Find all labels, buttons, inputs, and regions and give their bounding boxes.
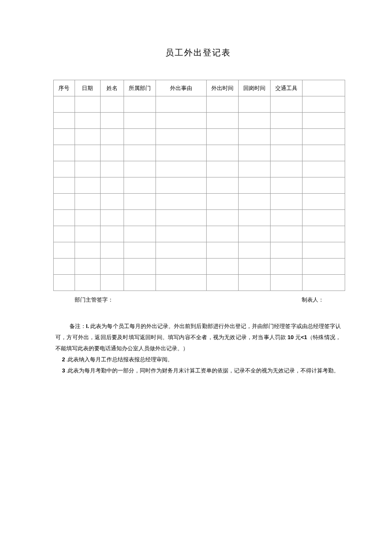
cell-date bbox=[75, 145, 100, 161]
cell-trans bbox=[271, 210, 303, 226]
table-row bbox=[54, 145, 345, 161]
header-extra bbox=[303, 80, 345, 96]
cell-extra bbox=[303, 129, 345, 145]
cell-reason bbox=[156, 129, 207, 145]
cell-trans bbox=[271, 259, 303, 275]
cell-reason bbox=[156, 113, 207, 129]
cell-extra bbox=[303, 161, 345, 177]
cell-seq bbox=[54, 145, 75, 161]
cell-trans bbox=[271, 242, 303, 259]
cell-seq bbox=[54, 129, 75, 145]
cell-reason bbox=[156, 145, 207, 161]
cell-out bbox=[207, 177, 239, 194]
cell-back bbox=[239, 242, 271, 259]
table-row bbox=[54, 242, 345, 259]
cell-dept bbox=[124, 226, 156, 242]
cell-reason bbox=[156, 242, 207, 259]
cell-dept bbox=[124, 161, 156, 177]
cell-seq bbox=[54, 226, 75, 242]
page-title: 员工外出登记表 bbox=[55, 47, 341, 58]
header-transport: 交通工具 bbox=[271, 80, 303, 96]
cell-trans bbox=[271, 226, 303, 242]
cell-date bbox=[75, 96, 100, 113]
cell-reason bbox=[156, 275, 207, 291]
note-3: 3 .此表为每月考勤中的一部分，同时作为财务月末计算工资单的依据，记录不全的视为… bbox=[55, 365, 341, 376]
cell-out bbox=[207, 145, 239, 161]
cell-date bbox=[75, 242, 100, 259]
cell-back bbox=[239, 129, 271, 145]
cell-dept bbox=[124, 242, 156, 259]
cell-trans bbox=[271, 275, 303, 291]
cell-dept bbox=[124, 259, 156, 275]
cell-dept bbox=[124, 210, 156, 226]
cell-trans bbox=[271, 145, 303, 161]
table-row bbox=[54, 275, 345, 291]
cell-back bbox=[239, 145, 271, 161]
cell-back bbox=[239, 177, 271, 194]
cell-dept bbox=[124, 145, 156, 161]
cell-out bbox=[207, 242, 239, 259]
header-name: 姓名 bbox=[100, 80, 124, 96]
cell-dept bbox=[124, 96, 156, 113]
cell-trans bbox=[271, 113, 303, 129]
supervisor-signature-label: 部门主管签字： bbox=[75, 296, 302, 304]
cell-back bbox=[239, 275, 271, 291]
cell-name bbox=[100, 113, 124, 129]
table-row bbox=[54, 96, 345, 113]
cell-extra bbox=[303, 242, 345, 259]
cell-trans bbox=[271, 194, 303, 210]
cell-out bbox=[207, 129, 239, 145]
preparer-signature-label: 制表人： bbox=[302, 296, 324, 304]
cell-seq bbox=[54, 161, 75, 177]
cell-date bbox=[75, 194, 100, 210]
cell-trans bbox=[271, 161, 303, 177]
header-reason: 外出事由 bbox=[156, 80, 207, 96]
cell-date bbox=[75, 226, 100, 242]
cell-back bbox=[239, 210, 271, 226]
cell-dept bbox=[124, 177, 156, 194]
table-row bbox=[54, 129, 345, 145]
cell-date bbox=[75, 161, 100, 177]
cell-extra bbox=[303, 177, 345, 194]
header-back-time: 回岗时间 bbox=[239, 80, 271, 96]
table-header-row: 序号 日期 姓名 所属部门 外出事由 外出时间 回岗时间 交通工具 bbox=[54, 80, 345, 96]
cell-name bbox=[100, 194, 124, 210]
cell-seq bbox=[54, 96, 75, 113]
cell-name bbox=[100, 242, 124, 259]
cell-out bbox=[207, 194, 239, 210]
cell-trans bbox=[271, 129, 303, 145]
cell-extra bbox=[303, 275, 345, 291]
cell-extra bbox=[303, 145, 345, 161]
cell-date bbox=[75, 177, 100, 194]
cell-name bbox=[100, 96, 124, 113]
signature-row: 部门主管签字： 制表人： bbox=[55, 296, 341, 304]
cell-seq bbox=[54, 113, 75, 129]
cell-name bbox=[100, 259, 124, 275]
cell-reason bbox=[156, 177, 207, 194]
cell-out bbox=[207, 113, 239, 129]
note-1-lt: <1 bbox=[301, 334, 307, 340]
cell-extra bbox=[303, 259, 345, 275]
cell-dept bbox=[124, 113, 156, 129]
note-2: 2 .此表纳入每月工作总结报表报总经理审阅。 bbox=[55, 354, 341, 365]
cell-name bbox=[100, 161, 124, 177]
cell-extra bbox=[303, 96, 345, 113]
cell-name bbox=[100, 275, 124, 291]
cell-name bbox=[100, 177, 124, 194]
cell-out bbox=[207, 259, 239, 275]
cell-extra bbox=[303, 226, 345, 242]
cell-seq bbox=[54, 275, 75, 291]
cell-out bbox=[207, 210, 239, 226]
cell-extra bbox=[303, 113, 345, 129]
cell-reason bbox=[156, 226, 207, 242]
cell-seq bbox=[54, 177, 75, 194]
table-row bbox=[54, 226, 345, 242]
cell-date bbox=[75, 275, 100, 291]
cell-out bbox=[207, 275, 239, 291]
cell-date bbox=[75, 113, 100, 129]
cell-reason bbox=[156, 161, 207, 177]
cell-name bbox=[100, 210, 124, 226]
note-1-amount: 10 bbox=[288, 334, 294, 340]
cell-back bbox=[239, 226, 271, 242]
table-body bbox=[54, 96, 345, 291]
